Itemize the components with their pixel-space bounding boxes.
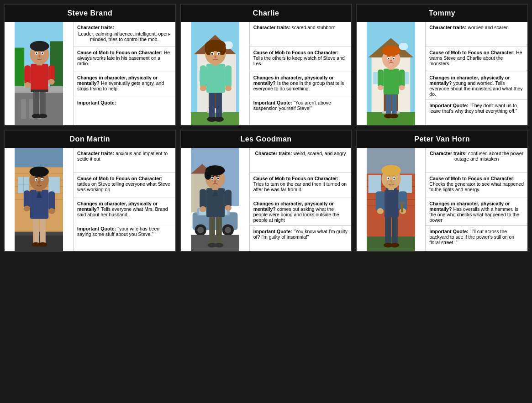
card-body: Character traits: weird, scared, and ang… (181, 148, 352, 251)
character-card-don-martin: Don Martin (4, 130, 176, 252)
svg-rect-71 (392, 93, 397, 115)
traits-label: Character traits: (430, 151, 467, 156)
cause-text: tattles on Steve telling everyone what S… (77, 181, 170, 192)
card-body: Character traits: worried and scaredCaus… (357, 22, 527, 125)
character-scene (5, 22, 73, 125)
svg-point-150 (211, 178, 213, 179)
card-header: Charlie (181, 5, 352, 22)
svg-point-188 (390, 180, 392, 183)
card-header: Tommy (357, 5, 527, 22)
quote-label: Important Quote: (253, 229, 292, 234)
quote-label: Important Quote: (77, 100, 116, 105)
svg-point-151 (217, 178, 219, 179)
cause-label: Cause of Mob to Focus on Character: (77, 50, 163, 55)
svg-point-114 (30, 167, 49, 177)
svg-rect-140 (200, 189, 206, 208)
svg-point-48 (225, 85, 232, 91)
svg-rect-15 (31, 89, 48, 92)
svg-rect-177 (399, 201, 405, 204)
traits-text: scared and stubborn (292, 25, 336, 30)
card-info: Character traits: worried and scaredCaus… (425, 22, 527, 125)
svg-rect-74 (384, 68, 399, 94)
changes-section: Changes in character, physically or ment… (74, 72, 175, 97)
card-info: Character traits: weird, scared, and ang… (249, 148, 352, 251)
svg-point-60 (214, 55, 216, 58)
svg-point-181 (385, 183, 397, 187)
character-scene (181, 148, 249, 251)
quote-label: Important Quote: (77, 226, 116, 231)
character-grid: Steve Brand (4, 4, 528, 252)
card-header: Steve Brand (5, 5, 175, 22)
character-card-charlie: Charlie (180, 4, 353, 126)
svg-point-154 (214, 180, 216, 183)
quote-section: Important Quote: "your wife has been say… (74, 223, 175, 248)
quote-label: Important Quote: (429, 229, 468, 234)
svg-rect-109 (48, 191, 55, 210)
character-card-tommy: Tommy (356, 4, 528, 126)
svg-point-56 (211, 53, 213, 55)
traits-label: Character traits: (77, 151, 114, 156)
quote-section: Important Quote: "They don't want us to … (426, 100, 527, 125)
traits-section: Character traits:Leader, calming influen… (74, 22, 175, 47)
svg-rect-41 (216, 91, 222, 119)
svg-point-110 (24, 205, 30, 211)
svg-rect-141 (225, 190, 232, 208)
svg-point-147 (204, 170, 211, 180)
changes-section: Changes in character, physically or ment… (426, 198, 527, 226)
svg-point-25 (36, 52, 37, 54)
svg-point-19 (48, 79, 54, 85)
svg-rect-14 (31, 64, 48, 91)
svg-point-85 (393, 58, 395, 60)
card-body: Character traits:Leader, calming influen… (5, 22, 175, 125)
svg-point-29 (38, 55, 40, 58)
svg-rect-16 (24, 65, 31, 84)
character-scene (181, 22, 249, 125)
cause-label: Cause of Mob to Focus on Character: (429, 176, 515, 181)
traits-text: Leader, calming influence, intelligent, … (77, 31, 172, 42)
character-scene (357, 148, 425, 251)
traits-label: Character traits: (253, 25, 290, 30)
svg-point-180 (382, 165, 401, 176)
svg-point-43 (214, 117, 224, 122)
card-info: Character traits: anxious and impatient … (73, 148, 175, 251)
cause-label: Cause of Mob to Focus on Character: (253, 50, 339, 55)
svg-rect-165 (385, 215, 391, 245)
svg-point-47 (200, 85, 206, 91)
svg-rect-172 (376, 191, 385, 210)
svg-point-105 (38, 242, 47, 247)
traits-section: Character traits: confused about the pow… (426, 148, 527, 173)
changes-section: Changes in character, physically or ment… (426, 72, 527, 100)
svg-point-84 (388, 58, 390, 60)
svg-point-22 (30, 41, 49, 52)
quote-label: Important Quote: (253, 100, 292, 105)
cause-text: Checks the generator to see what happene… (429, 181, 524, 192)
svg-rect-40 (209, 91, 215, 119)
cause-text: Tells the others to keep watch of Steve … (253, 55, 345, 66)
svg-rect-134 (209, 215, 215, 245)
svg-rect-11 (40, 89, 46, 115)
svg-point-88 (390, 60, 392, 62)
card-body: Character traits: confused about the pow… (357, 148, 527, 251)
svg-rect-103 (40, 217, 46, 245)
svg-rect-135 (216, 215, 222, 245)
svg-rect-166 (392, 215, 398, 245)
svg-point-142 (200, 206, 206, 212)
svg-rect-70 (386, 93, 391, 115)
svg-point-81 (382, 46, 400, 56)
cause-section: Cause of Mob to Focus on Character: He a… (74, 47, 175, 72)
quote-section: Important Quote: "You aren't above suspe… (250, 97, 352, 122)
cause-label: Cause of Mob to Focus on Character: (77, 176, 163, 181)
cause-label: Cause of Mob to Focus on Character: (253, 176, 339, 181)
character-scene (5, 148, 73, 251)
traits-text: weird, scared, and angry (294, 151, 346, 156)
traits-section: Character traits: weird, scared, and ang… (250, 148, 352, 173)
character-card-peter-van-horn: Peter Van Horn (356, 130, 528, 252)
svg-rect-75 (378, 70, 384, 88)
card-info: Character traits: scared and stubbornCau… (249, 22, 352, 125)
cause-section: Cause of Mob to Focus on Character: Chec… (426, 173, 527, 198)
traits-label: Character traits: (77, 25, 114, 30)
card-info: Character traits:Leader, calming influen… (73, 22, 175, 125)
svg-point-121 (38, 181, 40, 184)
traits-section: Character traits: anxious and impatient … (74, 148, 175, 173)
svg-point-137 (214, 243, 223, 247)
